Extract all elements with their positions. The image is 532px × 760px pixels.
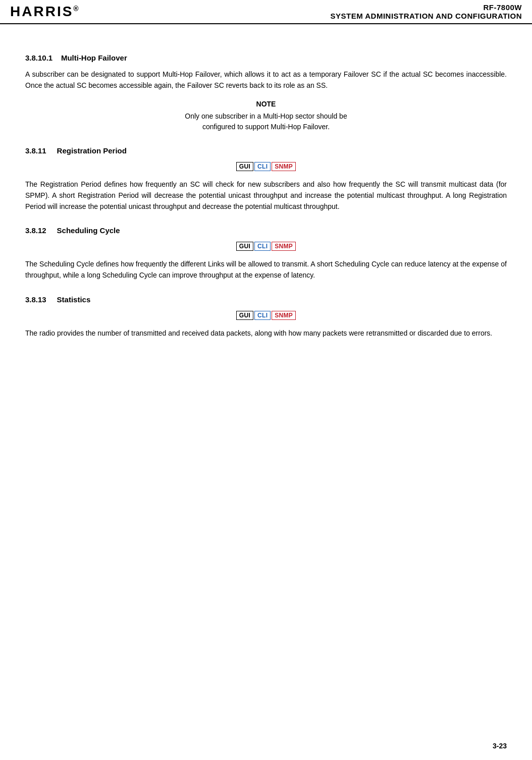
content-area: 3.8.10.1 Multi-Hop Failover A subscriber… [0,24,532,362]
section-heading-3-8-13: 3.8.13 Statistics [25,295,507,304]
badge-cli-3-8-13: CLI [254,311,271,320]
section-title-3-8-13: Statistics [57,295,91,304]
badge-row-3-8-11: GUICLISNMP [25,162,507,171]
badge-gui-3-8-12: GUI [236,242,253,251]
page-header: HARRIS® RF-7800W SYSTEM ADMINISTRATION A… [0,0,532,24]
section-heading-3-8-10-1: 3.8.10.1 Multi-Hop Failover [25,53,507,62]
section-number-3-8-13: 3.8.13 [25,295,46,304]
page-number: 3-23 [493,742,507,750]
section-3-8-11-para1: The Registration Period defines how freq… [25,179,507,212]
section-title-3-8-10-1: Multi-Hop Failover [61,53,127,62]
section-3-8-12-para1: The Scheduling Cycle defines how frequen… [25,259,507,281]
section-heading-3-8-11: 3.8.11 Registration Period [25,146,507,155]
section-heading-3-8-12: 3.8.12 Scheduling Cycle [25,226,507,235]
section-3-8-11: 3.8.11 Registration Period [25,146,507,155]
logo-area: HARRIS® [10,3,331,20]
page-footer: 3-23 [493,742,507,750]
document-title: SYSTEM ADMINISTRATION AND CONFIGURATION [331,12,522,20]
note-body: Only one subscriber in a Multi-Hop secto… [185,111,347,132]
registered-symbol: ® [73,5,80,13]
badge-cli-3-8-11: CLI [254,162,271,171]
badge-gui-3-8-13: GUI [236,311,253,320]
company-logo: HARRIS® [10,4,80,20]
page: HARRIS® RF-7800W SYSTEM ADMINISTRATION A… [0,0,532,760]
badge-row-3-8-13: GUICLISNMP [25,311,507,320]
badge-gui-3-8-11: GUI [236,162,253,171]
product-name: RF-7800W [483,3,522,12]
section-3-8-10-1-para1: A subscriber can be designated to suppor… [25,69,507,91]
note-title: NOTE [25,100,507,108]
header-title-area: RF-7800W SYSTEM ADMINISTRATION AND CONFI… [331,3,522,20]
section-3-8-13-para1: The radio provides the number of transmi… [25,328,507,339]
badge-row-3-8-12: GUICLISNMP [25,242,507,251]
badge-snmp-3-8-13: SNMP [272,311,296,320]
section-number-3-8-12: 3.8.12 [25,226,46,235]
section-number-3-8-10-1: 3.8.10.1 [25,53,52,62]
section-3-8-10-1: 3.8.10.1 Multi-Hop Failover [25,53,507,62]
badge-cli-3-8-12: CLI [254,242,271,251]
section-title-3-8-11: Registration Period [57,146,127,155]
section-3-8-12: 3.8.12 Scheduling Cycle [25,226,507,235]
note-box: NOTE Only one subscriber in a Multi-Hop … [25,100,507,132]
section-title-3-8-12: Scheduling Cycle [57,226,120,235]
badge-snmp-3-8-11: SNMP [272,162,296,171]
section-3-8-13: 3.8.13 Statistics [25,295,507,304]
logo-name: HARRIS [10,4,73,19]
section-number-3-8-11: 3.8.11 [25,146,46,155]
badge-snmp-3-8-12: SNMP [272,242,296,251]
